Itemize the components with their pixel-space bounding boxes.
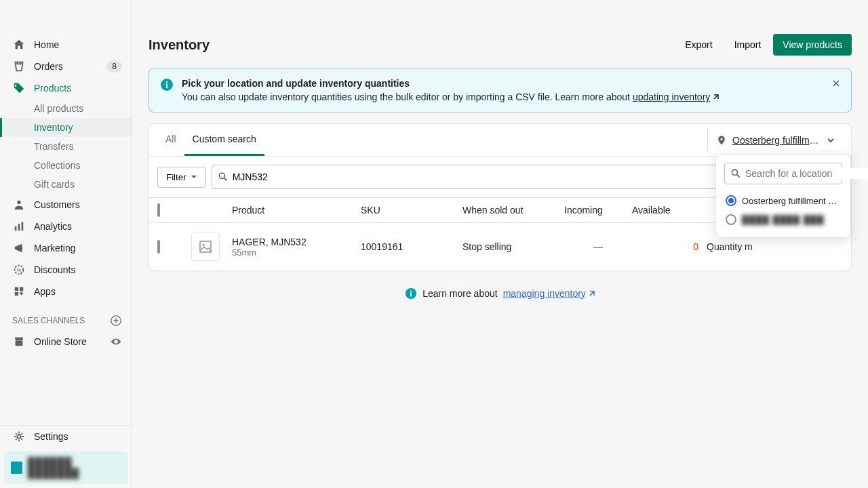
tab-all[interactable]: All: [157, 124, 184, 156]
product-search[interactable]: [212, 165, 770, 189]
location-option-1[interactable]: ████ ████ ███: [724, 210, 842, 229]
banner-close-icon[interactable]: [828, 75, 844, 92]
product-cell: HAGER, MJN532 55mm: [232, 237, 361, 258]
section-title-label: SALES CHANNELS: [12, 316, 85, 325]
product-search-input[interactable]: [229, 171, 764, 182]
add-channel-icon[interactable]: [110, 314, 122, 327]
filter-button-label: Filter: [166, 172, 186, 182]
sidebar-item-marketing[interactable]: Marketing: [0, 237, 132, 259]
banner-link[interactable]: updating inventory: [633, 92, 719, 102]
location-search-input[interactable]: [741, 168, 868, 179]
store-logo: [11, 462, 22, 474]
sidebar-item-label: Apps: [34, 286, 56, 297]
sidebar-item-collections[interactable]: Collections: [0, 156, 132, 175]
location-option-label: Oosterberg fulfillment service: [742, 196, 841, 206]
svg-point-14: [732, 169, 737, 175]
inventory-card: All Custom search Oosterberg fulfillment…: [149, 123, 852, 271]
sidebar-item-label: Discounts: [34, 264, 75, 275]
select-all-checkbox[interactable]: [157, 203, 160, 217]
products-subnav: All products Inventory Transfers Collect…: [0, 99, 132, 194]
analytics-icon: [12, 220, 26, 233]
col-when-sold-out: When sold out: [462, 205, 564, 216]
tab-custom-search[interactable]: Custom search: [184, 124, 264, 156]
svg-rect-20: [410, 291, 412, 292]
search-icon: [730, 168, 741, 179]
sidebar-item-label: Settings: [34, 431, 68, 442]
location-search[interactable]: [724, 163, 842, 184]
sidebar: Home Orders 8 Products All products Inve…: [0, 0, 132, 488]
col-available: Available: [632, 205, 707, 216]
view-store-icon[interactable]: [110, 336, 122, 348]
sidebar-item-transfers[interactable]: Transfers: [0, 137, 132, 156]
sidebar-item-inventory[interactable]: Inventory: [0, 118, 132, 137]
sidebar-item-discounts[interactable]: % Discounts: [0, 259, 132, 281]
primary-nav: Home Orders 8 Products All products Inve…: [0, 34, 132, 425]
sku-cell: 10019161: [361, 241, 462, 252]
svg-rect-19: [410, 292, 412, 296]
import-button[interactable]: Import: [725, 34, 771, 56]
sidebar-footer: Settings ██████ ███████: [0, 425, 132, 488]
sidebar-item-home[interactable]: Home: [0, 34, 132, 56]
col-sku: SKU: [361, 205, 462, 216]
svg-point-17: [203, 244, 205, 246]
svg-rect-13: [166, 81, 167, 83]
quantity-message: Quantity m: [707, 241, 843, 252]
footer-hint-text: Learn more about: [422, 288, 498, 299]
sidebar-item-online-store[interactable]: Online Store: [0, 331, 132, 352]
apps-icon: [12, 285, 26, 298]
location-selector[interactable]: Oosterberg fulfillment …: [707, 128, 843, 152]
info-banner: Pick your location and update inventory …: [149, 68, 852, 113]
location-option-label: ████ ████ ███: [742, 215, 825, 225]
when-sold-out-cell: Stop selling: [462, 241, 564, 252]
tabs-row: All Custom search Oosterberg fulfillment…: [149, 124, 851, 157]
marketing-icon: [12, 241, 26, 255]
sidebar-item-customers[interactable]: Customers: [0, 194, 132, 216]
search-icon: [218, 171, 229, 182]
settings-icon: [12, 430, 26, 443]
product-thumbnail: [191, 232, 220, 261]
sidebar-item-settings[interactable]: Settings: [0, 426, 132, 447]
svg-rect-16: [200, 241, 211, 252]
chevron-down-icon: [827, 136, 835, 144]
banner-body: You can also update inventory quantities…: [182, 92, 719, 102]
svg-point-15: [219, 173, 224, 178]
row-checkbox[interactable]: [157, 240, 160, 253]
view-products-button[interactable]: View products: [773, 34, 852, 56]
filter-button[interactable]: Filter: [157, 167, 206, 188]
svg-point-10: [17, 434, 20, 438]
svg-rect-8: [15, 292, 18, 296]
location-pin-icon: [716, 135, 727, 146]
sidebar-item-label: Home: [34, 39, 59, 50]
export-button[interactable]: Export: [675, 34, 722, 56]
banner-title: Pick your location and update inventory …: [182, 78, 719, 89]
sidebar-item-analytics[interactable]: Analytics: [0, 216, 132, 237]
svg-rect-12: [166, 83, 167, 88]
sidebar-item-gift-cards[interactable]: Gift cards: [0, 175, 132, 194]
sidebar-item-label: Online Store: [34, 336, 87, 347]
customers-icon: [12, 198, 26, 211]
footer-hint-link[interactable]: managing inventory: [503, 288, 595, 299]
product-variant: 55mm: [232, 247, 361, 258]
sidebar-item-apps[interactable]: Apps: [0, 281, 132, 302]
location-option-0[interactable]: Oosterberg fulfillment service: [724, 191, 842, 210]
info-icon: [160, 78, 174, 92]
radio-icon: [726, 195, 736, 206]
sidebar-item-all-products[interactable]: All products: [0, 99, 132, 118]
sidebar-item-orders[interactable]: Orders 8: [0, 56, 132, 77]
info-icon: [405, 287, 417, 300]
banner-link-text: updating inventory: [633, 92, 710, 102]
location-popover: Oosterberg fulfillment service ████ ████…: [715, 154, 851, 238]
svg-rect-6: [15, 287, 18, 291]
sidebar-item-label: Orders: [34, 61, 63, 72]
sidebar-item-label: Customers: [34, 199, 80, 210]
external-link-icon: [711, 94, 719, 102]
sidebar-item-label: Marketing: [34, 243, 75, 253]
store-switcher[interactable]: ██████ ███████: [4, 451, 127, 484]
page-actions: Export Import View products: [675, 34, 852, 56]
banner-content: Pick your location and update inventory …: [182, 78, 719, 102]
products-icon: [12, 81, 26, 95]
location-label: Oosterberg fulfillment …: [732, 135, 821, 146]
page-header: Inventory Export Import View products: [149, 34, 852, 56]
image-placeholder-icon: [199, 240, 212, 253]
sidebar-item-products[interactable]: Products: [0, 77, 132, 99]
